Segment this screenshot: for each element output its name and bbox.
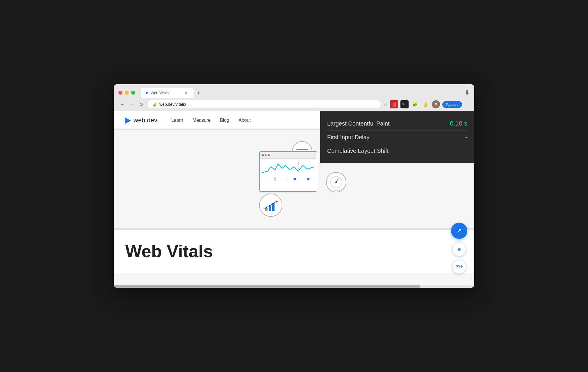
browser-menu-button[interactable]: ⋮ — [464, 101, 470, 108]
url-text: web.dev/vitals/ — [159, 102, 376, 107]
grid-dot — [293, 178, 296, 180]
lcp-label: Largest Contentful Paint — [327, 120, 390, 127]
logo-icon: ▶ — [125, 116, 131, 124]
lock-icon: 🔒 — [152, 102, 157, 107]
gauge-svg — [329, 175, 343, 189]
address-bar: ← → ↻ 🔒 web.dev/vitals/ ☆ 📕 >_ 🧩 🔔 P Pau… — [114, 98, 474, 111]
fid-value: - — [465, 133, 467, 141]
nav-buttons: ← → ↻ — [118, 100, 145, 108]
dot-red — [268, 154, 270, 156]
download-icon[interactable]: ⬇ — [464, 89, 470, 96]
grid-dot — [307, 178, 310, 180]
nav-learn[interactable]: Learn — [171, 118, 183, 123]
browser-controls: ⬇ — [464, 89, 470, 96]
maximize-button[interactable] — [131, 91, 135, 95]
refresh-button[interactable]: ↻ — [137, 100, 145, 108]
avatar[interactable]: P — [432, 100, 440, 108]
nav-blog[interactable]: Blog — [220, 118, 229, 123]
extension-bell-icon[interactable]: 🔔 — [421, 100, 430, 108]
gauge-circle — [326, 172, 346, 192]
new-tab-button[interactable]: + — [195, 89, 203, 98]
vitals-row-fid: First Input Delay - — [327, 130, 467, 144]
grid-cell — [262, 177, 275, 181]
fab-container: ↗ ≡ ✉+ — [451, 223, 467, 274]
cls-value: - — [465, 147, 467, 155]
chart-circle — [259, 194, 282, 217]
browser-extras: 📕 >_ 🧩 🔔 P Paused ⋮ — [390, 100, 470, 108]
url-actions: ☆ — [384, 102, 388, 107]
browser-window: ▶ Web Vitals ✕ + ⬇ ← → ↻ 🔒 web.dev/vital… — [114, 84, 474, 288]
email-icon: ✉+ — [455, 264, 463, 270]
cls-label: Cumulative Layout Shift — [327, 148, 389, 154]
close-button[interactable] — [118, 91, 122, 95]
page-title: Web Vitals — [125, 241, 463, 261]
tab-close-button[interactable]: ✕ — [183, 90, 189, 95]
email-fab-button[interactable]: ✉+ — [452, 260, 466, 274]
scroll-thumb[interactable] — [114, 285, 420, 288]
url-bar[interactable]: 🔒 web.dev/vitals/ — [147, 100, 381, 109]
logo-text: web.dev — [133, 117, 157, 124]
site-logo: ▶ web.dev — [125, 116, 157, 124]
fid-label: First Input Delay — [327, 134, 370, 141]
lcp-value: 0.10 s — [450, 120, 467, 127]
grid-graphic — [262, 177, 314, 181]
dot-blue — [262, 154, 264, 156]
tab-favicon-icon: ▶ — [146, 91, 148, 95]
wave-graphic — [262, 161, 314, 176]
tab-bar: ▶ Web Vitals ✕ + — [141, 88, 461, 98]
browser-mockup — [259, 151, 317, 192]
star-icon[interactable]: ☆ — [384, 102, 388, 107]
paused-button[interactable]: Paused — [442, 101, 462, 108]
svg-rect-6 — [272, 203, 275, 211]
web-content: ▶ web.dev Learn Measure Blog About 🔍 Sea… — [114, 111, 474, 285]
extension-books-icon[interactable]: 📕 — [390, 100, 398, 108]
vitals-row-lcp: Largest Contentful Paint 0.10 s — [327, 117, 467, 130]
svg-rect-5 — [269, 205, 271, 211]
forward-button: → — [128, 100, 136, 108]
traffic-lights — [118, 91, 135, 95]
back-button[interactable]: ← — [118, 100, 126, 108]
grid-cell — [275, 177, 288, 181]
svg-point-3 — [335, 181, 337, 183]
extension-puzzle-icon[interactable]: 🧩 — [411, 100, 419, 108]
browser-content — [260, 159, 317, 184]
tab-title: Web Vitals — [151, 91, 181, 95]
browser-bar — [260, 152, 317, 159]
share-icon: ↗ — [457, 227, 462, 235]
vitals-panel: Largest Contentful Paint 0.10 s First In… — [320, 111, 474, 163]
nav-about[interactable]: About — [238, 118, 251, 123]
list-icon: ≡ — [458, 246, 461, 253]
dot-orange — [265, 154, 267, 156]
page-title-section: Web Vitals — [114, 228, 474, 273]
paused-label: Paused — [446, 102, 459, 107]
site-nav: Learn Measure Blog About — [171, 118, 251, 123]
scroll-bar[interactable] — [114, 285, 474, 288]
minimize-button[interactable] — [125, 91, 129, 95]
title-bar: ▶ Web Vitals ✕ + ⬇ — [114, 84, 474, 98]
share-fab-button[interactable]: ↗ — [451, 223, 467, 239]
active-tab[interactable]: ▶ Web Vitals ✕ — [141, 88, 193, 98]
list-fab-button[interactable]: ≡ — [452, 242, 466, 256]
vitals-row-cls: Cumulative Layout Shift - — [327, 144, 467, 158]
chart-svg — [263, 197, 279, 213]
nav-measure[interactable]: Measure — [193, 118, 211, 123]
extension-terminal-icon[interactable]: >_ — [400, 100, 409, 108]
